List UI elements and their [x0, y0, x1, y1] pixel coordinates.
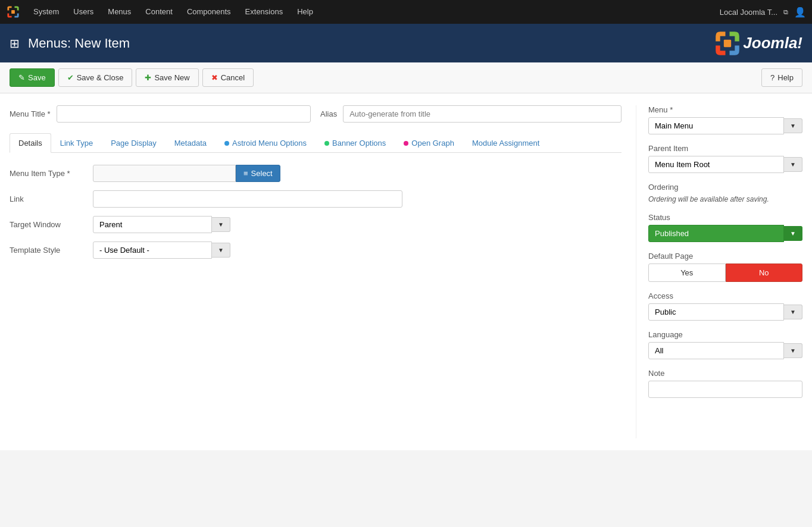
access-select-wrap: Public Guest Registered Special Super Us… — [648, 303, 802, 321]
parent-item-field: Parent Item Menu Item Root ▼ — [648, 144, 802, 173]
status-arrow[interactable]: ▼ — [784, 226, 802, 241]
menu-item-type-input — [93, 165, 236, 182]
link-row: Link — [10, 190, 622, 208]
alias-group: Alias — [320, 105, 622, 123]
target-window-select[interactable]: Parent _blank _self _top — [93, 216, 212, 233]
menu-select-arrow: ▼ — [784, 118, 802, 133]
ordering-note: Ordering will be available after saving. — [648, 195, 769, 203]
menu-item-type-label: Menu Item Type * — [10, 169, 93, 178]
toolbar-right: ? Help — [761, 68, 802, 87]
astroid-dot-icon — [224, 141, 229, 146]
menu-title-input[interactable] — [57, 105, 311, 123]
status-label: Status — [648, 213, 802, 222]
save-button[interactable]: ✎ Save — [10, 68, 55, 87]
site-link[interactable]: Local Joomla T... — [720, 8, 777, 17]
cancel-icon: ✖ — [211, 73, 218, 82]
nav-menus[interactable]: Menus — [101, 0, 138, 24]
template-style-control: - Use Default - Beez3 - Default protosta… — [93, 241, 230, 259]
header-left: ⊞ Menus: New Item — [10, 36, 130, 51]
nav-extensions[interactable]: Extensions — [238, 0, 291, 24]
ordering-field: Ordering Ordering will be available afte… — [648, 183, 802, 203]
access-select[interactable]: Public Guest Registered Special Super Us… — [648, 303, 784, 321]
save-icon: ✎ — [18, 73, 25, 82]
joomla-logo-text: Joomla! — [743, 34, 802, 52]
menu-item-type-control: ≡ Select — [93, 165, 280, 182]
access-field: Access Public Guest Registered Special S… — [648, 291, 802, 321]
banner-dot-icon — [324, 141, 329, 146]
nav-users[interactable]: Users — [66, 0, 101, 24]
nav-components[interactable]: Components — [180, 0, 238, 24]
joomla-main-logo: Joomla! — [714, 30, 802, 57]
menu-title-alias-row: Menu Title * Alias — [10, 105, 622, 123]
tab-metadata[interactable]: Metadata — [165, 133, 216, 153]
help-icon: ? — [770, 73, 774, 82]
select-button[interactable]: ≡ Select — [236, 165, 280, 182]
details-tab-content: Menu Item Type * ≡ Select Link Target Wi… — [10, 165, 622, 259]
chevron-down-icon-2: ▼ — [218, 247, 224, 253]
language-field: Language All English (en-GB) ▼ — [648, 330, 802, 359]
link-label: Link — [10, 195, 93, 203]
tab-link-type[interactable]: Link Type — [51, 133, 102, 153]
status-published-value: Published — [648, 225, 784, 242]
help-button[interactable]: ? Help — [761, 68, 802, 87]
tab-banner[interactable]: Banner Options — [316, 133, 395, 153]
nav-content[interactable]: Content — [138, 0, 180, 24]
alias-input[interactable] — [343, 105, 622, 123]
check-icon: ✔ — [67, 73, 74, 82]
status-select-wrap: Published ▼ — [648, 225, 802, 242]
parent-item-select-wrap: Menu Item Root ▼ — [648, 156, 802, 173]
tab-astroid[interactable]: Astroid Menu Options — [216, 133, 316, 153]
template-style-select[interactable]: - Use Default - Beez3 - Default protosta… — [93, 241, 212, 259]
top-navbar: System Users Menus Content Components Ex… — [0, 0, 812, 24]
tabs-bar: Details Link Type Page Display Metadata … — [10, 133, 622, 153]
toolbar-left: ✎ Save ✔ Save & Close ✚ Save New ✖ Cance… — [10, 68, 254, 87]
status-field: Status Published ▼ — [648, 213, 802, 242]
chevron-down-icon-3: ▼ — [790, 123, 796, 129]
page-title: Menus: New Item — [28, 36, 130, 51]
chevron-down-icon-4: ▼ — [790, 161, 796, 168]
language-select-wrap: All English (en-GB) ▼ — [648, 342, 802, 359]
plus-icon: ✚ — [145, 73, 151, 82]
save-close-button[interactable]: ✔ Save & Close — [58, 68, 133, 87]
parent-item-arrow: ▼ — [784, 157, 802, 172]
parent-item-label: Parent Item — [648, 144, 802, 153]
opengraph-dot-icon — [404, 141, 408, 146]
ordering-label: Ordering — [648, 183, 802, 192]
save-new-button[interactable]: ✚ Save New — [136, 68, 198, 87]
access-label: Access — [648, 291, 802, 300]
default-page-field: Default Page Yes No — [648, 252, 802, 282]
chevron-down-icon: ▼ — [218, 221, 224, 228]
template-style-arrow: ▼ — [212, 243, 230, 258]
menu-item-type-row: Menu Item Type * ≡ Select — [10, 165, 622, 182]
cancel-button[interactable]: ✖ Cancel — [202, 68, 254, 87]
default-page-no[interactable]: No — [726, 264, 803, 282]
nav-help[interactable]: Help — [290, 0, 320, 24]
svg-rect-1 — [724, 39, 731, 46]
form-left: Menu Title * Alias Details Link Type Pag… — [10, 105, 636, 438]
template-style-label: Template Style — [10, 246, 93, 255]
language-arrow: ▼ — [784, 343, 802, 358]
nav-system[interactable]: System — [26, 0, 66, 24]
parent-item-select[interactable]: Menu Item Root — [648, 156, 784, 173]
joomla-small-logo — [6, 5, 20, 19]
menu-title-label: Menu Title * — [10, 109, 51, 118]
menu-field: Menu * Main Menu Top Menu Footer Menu ▼ — [648, 105, 802, 134]
link-input[interactable] — [93, 190, 402, 208]
tab-open-graph[interactable]: Open Graph — [395, 133, 463, 153]
right-panel: Menu * Main Menu Top Menu Footer Menu ▼ … — [636, 105, 802, 438]
grid-menu-icon[interactable]: ⊞ — [10, 36, 20, 51]
tab-page-display[interactable]: Page Display — [102, 133, 165, 153]
note-input[interactable] — [648, 381, 802, 398]
svg-rect-0 — [11, 10, 15, 14]
tab-details[interactable]: Details — [10, 133, 51, 153]
access-arrow: ▼ — [784, 305, 802, 319]
toolbar: ✎ Save ✔ Save & Close ✚ Save New ✖ Cance… — [0, 62, 812, 93]
default-page-yes[interactable]: Yes — [648, 264, 726, 282]
default-page-label: Default Page — [648, 252, 802, 261]
language-select[interactable]: All English (en-GB) — [648, 342, 784, 359]
tab-module-assignment[interactable]: Module Assignment — [463, 133, 548, 153]
menu-select[interactable]: Main Menu Top Menu Footer Menu — [648, 117, 784, 134]
note-label: Note — [648, 369, 802, 378]
alias-label: Alias — [320, 109, 337, 118]
user-icon[interactable]: 👤 — [794, 7, 806, 18]
